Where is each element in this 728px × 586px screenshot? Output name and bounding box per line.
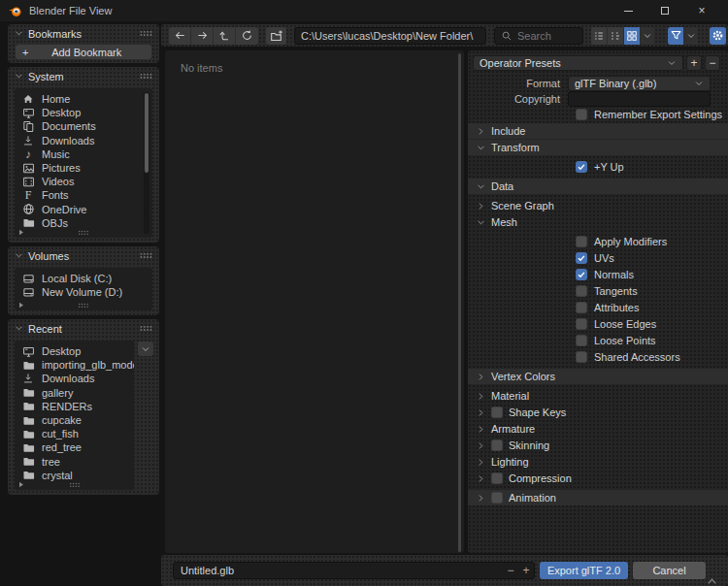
section-transform[interactable]: Transform	[468, 140, 728, 155]
list-item-cut-fish[interactable]: cut_fish	[15, 427, 134, 440]
path-field[interactable]	[294, 27, 486, 45]
section-shape-keys[interactable]: Shape Keys	[468, 405, 728, 420]
copyright-input[interactable]	[568, 91, 711, 107]
checkbox[interactable]	[576, 161, 587, 173]
checkbox[interactable]	[491, 440, 503, 451]
refresh-button[interactable]	[236, 27, 258, 45]
options-toggle-button[interactable]	[710, 27, 726, 45]
checkbox[interactable]	[491, 407, 503, 418]
filter-settings-dropdown[interactable]	[684, 27, 698, 45]
checkbox[interactable]	[576, 302, 587, 313]
decrement-filename-button[interactable]: −	[503, 563, 518, 578]
section-animation[interactable]: Animation	[468, 490, 728, 505]
list-item-tree[interactable]: tree	[15, 455, 134, 469]
drag-handle-icon[interactable]	[140, 325, 152, 332]
option-uvs[interactable]: UVs	[468, 249, 728, 266]
list-item-crystal[interactable]: crystal	[15, 469, 134, 482]
checkbox[interactable]	[491, 492, 503, 504]
back-button[interactable]	[169, 27, 191, 45]
display-settings-dropdown[interactable]	[641, 27, 654, 45]
list-item-videos[interactable]: Videos	[15, 175, 152, 188]
option-normals[interactable]: Normals	[468, 266, 728, 282]
checkbox[interactable]	[491, 472, 503, 484]
section-mesh[interactable]: Mesh	[468, 214, 728, 230]
forward-button[interactable]	[191, 27, 214, 45]
list-item-onedrive[interactable]: OneDrive	[15, 203, 152, 216]
list-item-importing-glb-models[interactable]: importing_glb_models	[15, 358, 134, 372]
scrollbar[interactable]	[457, 52, 462, 551]
section-data[interactable]: Data	[468, 179, 728, 194]
list-item-downloads[interactable]: Downloads	[15, 372, 134, 385]
checkbox[interactable]	[576, 335, 587, 346]
vertical-list-view-button[interactable]	[591, 27, 608, 45]
remember-export-settings-row[interactable]: Remember Export Settings	[468, 107, 728, 122]
export-gltf-button[interactable]: Export glTF 2.0	[540, 562, 628, 579]
close-button[interactable]: ×	[683, 0, 720, 21]
resize-grip-icon[interactable]	[78, 230, 89, 236]
list-item-renders[interactable]: RENDERs	[15, 400, 134, 413]
list-item-new-volume-d[interactable]: New Volume (D:)	[15, 285, 152, 299]
bookmarks-header[interactable]: Bookmarks	[8, 24, 159, 41]
cancel-button[interactable]: Cancel	[633, 562, 706, 579]
increment-filename-button[interactable]: +	[518, 563, 534, 578]
add-bookmark-button[interactable]: + Add Bookmark	[16, 45, 151, 59]
format-dropdown[interactable]: glTF Binary (.glb)	[568, 76, 711, 91]
maximize-button[interactable]	[646, 0, 683, 21]
minimize-button[interactable]	[610, 0, 646, 21]
list-item-pictures[interactable]: Pictures	[15, 161, 152, 175]
list-item-objs[interactable]: OBJs	[15, 216, 152, 230]
option-attributes[interactable]: Attributes	[468, 299, 728, 315]
filename-input[interactable]	[174, 565, 503, 576]
add-preset-button[interactable]: +	[686, 55, 702, 71]
drag-handle-icon[interactable]	[140, 73, 152, 80]
section-compression[interactable]: Compression	[468, 471, 728, 486]
thumbnail-view-button[interactable]	[624, 27, 641, 45]
resize-grip-icon[interactable]	[78, 303, 89, 309]
list-item-fonts[interactable]: FFonts	[15, 188, 152, 202]
resize-grip-icon[interactable]	[69, 482, 81, 488]
drag-handle-icon[interactable]	[140, 252, 152, 259]
section-scene-graph[interactable]: Scene Graph	[468, 198, 728, 213]
remove-preset-button[interactable]: −	[705, 55, 720, 71]
list-item-downloads[interactable]: Downloads	[15, 134, 152, 147]
list-item-documents[interactable]: Documents	[15, 119, 152, 133]
parent-directory-button[interactable]	[214, 27, 236, 45]
option-loose-points[interactable]: Loose Points	[468, 332, 728, 348]
checkbox[interactable]	[576, 318, 587, 330]
section-armature[interactable]: Armature	[468, 421, 728, 437]
recent-options-button[interactable]	[138, 342, 153, 356]
section-lighting[interactable]: Lighting	[468, 454, 728, 470]
option-apply-modifiers[interactable]: Apply Modifiers	[468, 233, 728, 249]
drag-handle-icon[interactable]	[140, 30, 152, 37]
list-item-home[interactable]: Home	[15, 92, 152, 106]
checkbox[interactable]	[576, 236, 587, 247]
section-vertex-colors[interactable]: Vertex Colors	[468, 369, 728, 384]
list-item-local-disk-c[interactable]: Local Disk (C:)	[15, 272, 152, 285]
checkbox[interactable]	[576, 351, 587, 363]
list-item-music[interactable]: ♪Music	[15, 147, 152, 161]
file-list-area[interactable]: No items	[165, 50, 464, 553]
checkbox[interactable]	[576, 109, 587, 120]
checkbox[interactable]	[576, 252, 587, 264]
option-tangents[interactable]: Tangents	[468, 282, 728, 299]
path-input[interactable]	[301, 30, 480, 42]
checkbox[interactable]	[576, 269, 587, 280]
option-shared-accessors[interactable]: Shared Accessors	[468, 348, 728, 365]
list-item-desktop[interactable]: Desktop	[15, 344, 134, 358]
list-item-gallery[interactable]: gallery	[15, 386, 134, 400]
system-header[interactable]: System	[8, 67, 159, 83]
horizontal-list-view-button[interactable]	[608, 27, 624, 45]
recent-header[interactable]: Recent	[8, 319, 159, 336]
filename-field[interactable]: − +	[173, 562, 535, 579]
volumes-header[interactable]: Volumes	[8, 246, 159, 263]
scrollbar[interactable]	[144, 92, 149, 234]
option-y-up[interactable]: +Y Up	[468, 158, 728, 175]
section-material[interactable]: Material	[468, 388, 728, 404]
search-input[interactable]	[517, 30, 577, 42]
list-item-red-tree[interactable]: red_tree	[15, 440, 134, 454]
resize-grip-icon[interactable]	[707, 577, 717, 585]
list-item-desktop[interactable]: Desktop	[15, 106, 152, 119]
operator-presets-dropdown[interactable]: Operator Presets	[473, 55, 683, 71]
search-field[interactable]	[494, 27, 583, 45]
option-loose-edges[interactable]: Loose Edges	[468, 315, 728, 332]
